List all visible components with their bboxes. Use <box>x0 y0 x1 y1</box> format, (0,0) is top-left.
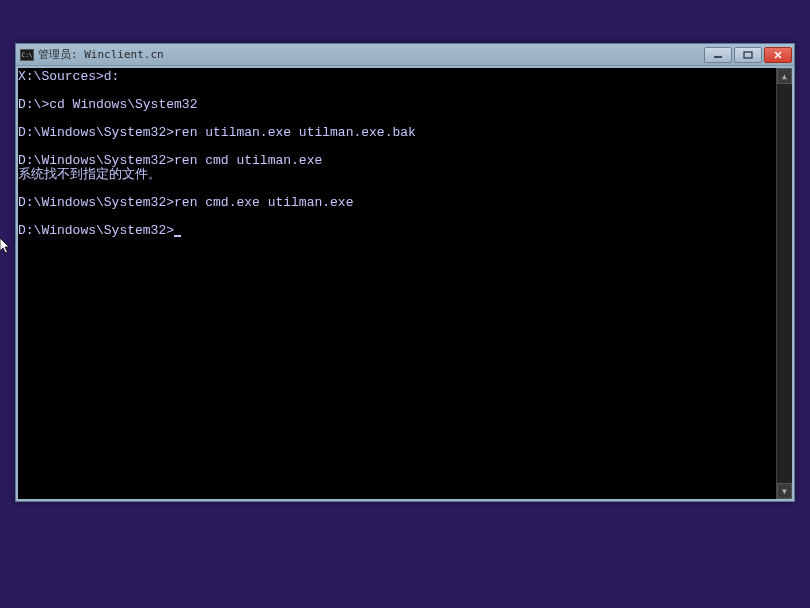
terminal-line <box>18 84 776 98</box>
window-title: 管理员: Winclient.cn <box>38 47 704 62</box>
terminal-line: D:\Windows\System32>ren cmd.exe utilman.… <box>18 196 776 210</box>
terminal-output[interactable]: X:\Sources>d:D:\>cd Windows\System32D:\W… <box>18 68 776 499</box>
svg-rect-1 <box>744 52 752 58</box>
terminal-line <box>18 210 776 224</box>
cmd-window: C:\ 管理员: Winclient.cn X:\Sources>d:D:\>c… <box>15 43 795 502</box>
terminal-line <box>18 140 776 154</box>
window-controls <box>704 47 792 63</box>
terminal-line: D:\Windows\System32> <box>18 224 776 238</box>
maximize-button[interactable] <box>734 47 762 63</box>
mouse-cursor <box>0 238 12 256</box>
terminal-line <box>18 182 776 196</box>
svg-rect-0 <box>714 56 722 58</box>
titlebar[interactable]: C:\ 管理员: Winclient.cn <box>16 44 794 66</box>
terminal-line <box>18 112 776 126</box>
terminal-line: 系统找不到指定的文件。 <box>18 168 776 182</box>
minimize-button[interactable] <box>704 47 732 63</box>
scroll-down-button[interactable]: ▼ <box>777 483 792 499</box>
terminal-line: D:\>cd Windows\System32 <box>18 98 776 112</box>
terminal-line: X:\Sources>d: <box>18 70 776 84</box>
close-button[interactable] <box>764 47 792 63</box>
terminal-line: D:\Windows\System32>ren cmd utilman.exe <box>18 154 776 168</box>
scroll-up-button[interactable]: ▲ <box>777 68 792 84</box>
scrollbar[interactable]: ▲ ▼ <box>776 68 792 499</box>
terminal-line: D:\Windows\System32>ren utilman.exe util… <box>18 126 776 140</box>
console-area: X:\Sources>d:D:\>cd Windows\System32D:\W… <box>18 68 792 499</box>
scroll-track[interactable] <box>777 84 792 483</box>
cmd-icon: C:\ <box>20 49 34 61</box>
text-cursor <box>174 235 181 237</box>
